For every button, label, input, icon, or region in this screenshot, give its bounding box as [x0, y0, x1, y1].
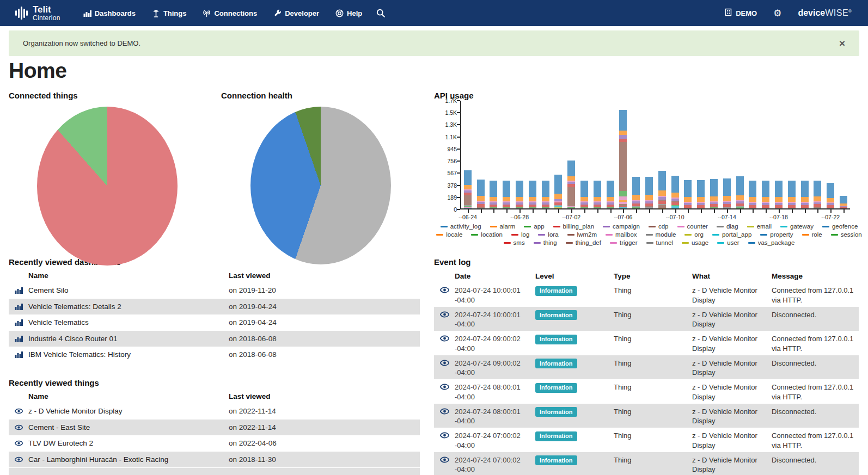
legend-item-user[interactable]: user: [717, 239, 739, 246]
api-usage-bar-07-03[interactable]: [578, 101, 591, 208]
event-log-row[interactable]: 2024-07-24 08:00:01-04:00 Information Th…: [434, 404, 859, 428]
legend-item-location[interactable]: location: [471, 231, 503, 238]
legend-item-lora[interactable]: lora: [538, 231, 558, 238]
dashboard-row[interactable]: IBM Vehicle Telematics: History on 2018-…: [9, 347, 420, 363]
legend-item-thing[interactable]: thing: [534, 239, 557, 246]
api-usage-bar-06-25[interactable]: [474, 101, 487, 208]
api-usage-bar-06-26[interactable]: [487, 101, 500, 208]
dashboard-row[interactable]: Industrie 4 Cisco Router 01 on 2018-06-0…: [9, 331, 420, 347]
thing-row[interactable]: TLV DW Eurotech 2 on 2022-04-06: [9, 435, 420, 452]
api-usage-bar-07-20[interactable]: [798, 101, 811, 208]
legend-label: tunnel: [656, 239, 673, 246]
legend-item-session[interactable]: session: [831, 231, 862, 238]
connected-things-pie-chart[interactable]: [37, 107, 178, 266]
nav-item-things[interactable]: Things: [152, 9, 187, 17]
legend-item-trigger[interactable]: trigger: [610, 239, 638, 246]
api-usage-bar-06-29[interactable]: [526, 101, 539, 208]
legend-item-diag[interactable]: diag: [717, 223, 738, 230]
nav-item-developer[interactable]: Developer: [273, 9, 319, 17]
legend-item-cdp[interactable]: cdp: [649, 223, 669, 230]
api-usage-bar-07-05[interactable]: [604, 101, 617, 208]
legend-item-usage[interactable]: usage: [682, 239, 708, 246]
search-icon[interactable]: [376, 9, 385, 17]
api-usage-bar-06-28[interactable]: --06-28: [513, 101, 526, 208]
legend-item-sms[interactable]: sms: [504, 239, 525, 246]
legend-item-property[interactable]: property: [760, 231, 793, 238]
api-usage-bar-07-17[interactable]: [759, 101, 772, 208]
api-usage-bar-07-09[interactable]: [656, 101, 669, 208]
dashboard-row[interactable]: Cement Silo on 2019-11-20: [9, 282, 420, 299]
gear-icon[interactable]: ⚙: [773, 9, 781, 18]
event-log-row[interactable]: 2024-07-24 10:00:01-04:00 Information Th…: [434, 307, 859, 331]
api-usage-bar-07-11[interactable]: [682, 101, 695, 208]
api-usage-bar-07-15[interactable]: [733, 101, 747, 208]
bar-segment: [529, 197, 536, 201]
api-usage-bar-07-01[interactable]: [552, 101, 565, 208]
event-log-row[interactable]: 2024-07-24 09:00:02-04:00 Information Th…: [434, 355, 859, 380]
legend-item-activity_log[interactable]: activity_log: [441, 223, 481, 230]
api-usage-bar-07-10[interactable]: --07-10: [669, 101, 682, 208]
api-usage-bar-06-24[interactable]: --06-24: [461, 101, 474, 208]
api-usage-bar-07-23[interactable]: [837, 101, 850, 208]
brand-logo[interactable]: Telit Cinterion: [15, 5, 60, 21]
thing-row[interactable]: Car - Lamborghini Huracán - Exotic Racin…: [9, 452, 420, 468]
legend-item-counter[interactable]: counter: [677, 223, 708, 230]
nav-item-help[interactable]: Help: [335, 9, 362, 17]
legend-item-vas_package[interactable]: vas_package: [748, 239, 795, 246]
legend-item-locale[interactable]: locale: [436, 231, 462, 238]
api-usage-bar-07-14[interactable]: --07-14: [720, 101, 733, 208]
bar-segment: [632, 195, 640, 200]
api-usage-bar-07-22[interactable]: --07-22: [824, 101, 837, 208]
legend-item-module[interactable]: module: [646, 231, 676, 238]
legend-swatch: [524, 226, 531, 227]
legend-item-billing_plan[interactable]: billing_plan: [553, 223, 595, 230]
legend-item-mailbox[interactable]: mailbox: [606, 231, 637, 238]
nav-item-dashboards[interactable]: Dashboards: [83, 9, 136, 17]
legend-item-log[interactable]: log: [511, 231, 529, 238]
api-usage-bar-07-04[interactable]: [591, 101, 604, 208]
y-axis-tick-label: 756: [434, 158, 457, 164]
legend-item-campaign[interactable]: campaign: [603, 223, 640, 230]
event-log-row[interactable]: 2024-07-24 07:00:02-04:00 Information Th…: [434, 428, 859, 452]
api-usage-bar-07-16[interactable]: [747, 101, 760, 208]
legend-label: counter: [687, 223, 708, 230]
legend-item-alarm[interactable]: alarm: [490, 223, 516, 230]
legend-item-role[interactable]: role: [802, 231, 822, 238]
bar-segment: [749, 181, 756, 197]
close-icon[interactable]: ×: [839, 38, 845, 48]
event-log-row[interactable]: 2024-07-24 10:00:01-04:00 Information Th…: [434, 282, 859, 307]
legend-item-tunnel[interactable]: tunnel: [646, 239, 673, 246]
page-title: Home: [9, 59, 66, 83]
api-usage-bar-07-12[interactable]: [694, 101, 707, 208]
legend-item-portal_app[interactable]: portal_app: [712, 231, 751, 238]
thing-row[interactable]: z - D Vehicle Monitor Display on 2022-11…: [9, 403, 420, 420]
api-usage-bar-06-27[interactable]: [500, 101, 513, 208]
api-usage-bar-07-19[interactable]: [785, 101, 798, 208]
api-usage-bar-06-30[interactable]: [539, 101, 552, 208]
connection-health-pie-chart[interactable]: [250, 107, 391, 264]
api-usage-bar-07-07[interactable]: [629, 101, 643, 208]
nav-item-connections[interactable]: Connections: [203, 9, 257, 17]
event-log-row[interactable]: 2024-07-24 07:00:02-04:00 Information Th…: [434, 452, 859, 475]
api-usage-bar-07-02[interactable]: --07-02: [565, 101, 578, 208]
org-switcher[interactable]: DEMO: [724, 8, 757, 18]
legend-item-email[interactable]: email: [747, 223, 772, 230]
dashboard-row[interactable]: Vehicle Telematics on 2019-04-24: [9, 314, 420, 331]
api-usage-bar-07-13[interactable]: [707, 101, 720, 208]
legend-item-geofence[interactable]: geofence: [822, 223, 858, 230]
bar-segment: [503, 197, 510, 201]
event-log-row[interactable]: 2024-07-24 09:00:02-04:00 Information Th…: [434, 331, 859, 355]
legend-item-org[interactable]: org: [684, 231, 704, 238]
dashboard-row[interactable]: Vehicle Telematics: Details 2 on 2019-04…: [9, 299, 420, 315]
api-usage-bar-07-08[interactable]: [643, 101, 656, 208]
event-log-row[interactable]: 2024-07-24 08:00:01-04:00 Information Th…: [434, 379, 859, 404]
legend-item-lwm2m[interactable]: lwm2m: [567, 231, 597, 238]
api-usage-bar-07-21[interactable]: [811, 101, 824, 208]
legend-item-thing_def[interactable]: thing_def: [566, 239, 601, 246]
legend-item-gateway[interactable]: gateway: [780, 223, 814, 230]
api-usage-bar-07-18[interactable]: --07-18: [772, 101, 785, 208]
thing-row[interactable]: Cement - East Site on 2022-11-14: [9, 420, 420, 436]
api-usage-bar-07-06[interactable]: --07-06: [617, 101, 630, 208]
legend-item-app[interactable]: app: [524, 223, 544, 230]
x-axis-tick: [662, 209, 663, 213]
